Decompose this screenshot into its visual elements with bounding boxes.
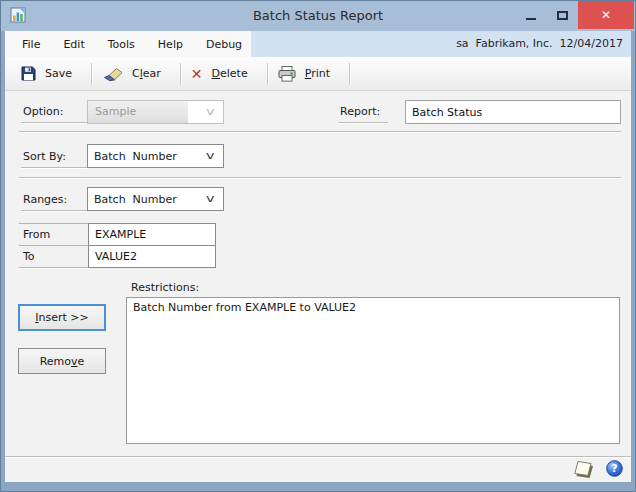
chevron-down-icon: v bbox=[207, 192, 215, 205]
delete-label: Delete bbox=[212, 67, 248, 80]
menu-tools[interactable]: Tools bbox=[108, 38, 135, 51]
clear-label: Clear bbox=[132, 67, 161, 80]
ranges-label: Ranges: bbox=[21, 190, 87, 211]
menu-debug[interactable]: Debug bbox=[206, 38, 242, 51]
toolbar-separator bbox=[349, 63, 350, 85]
save-label: Save bbox=[45, 67, 72, 80]
statusbar: ? bbox=[5, 456, 631, 482]
close-button[interactable]: ✕ bbox=[578, 1, 634, 29]
toolbar: Save Clear ✕ Delete Print bbox=[5, 57, 631, 91]
to-field[interactable] bbox=[88, 245, 216, 268]
ranges-dropdown[interactable]: Batch Number v bbox=[87, 187, 224, 211]
minimize-icon bbox=[526, 18, 536, 20]
batch-status-report-window: Batch Status Report ✕ File Edit Tools He… bbox=[0, 0, 636, 492]
close-icon: ✕ bbox=[601, 8, 611, 22]
save-icon bbox=[21, 66, 36, 81]
chevron-down-icon: v bbox=[207, 149, 215, 162]
restriction-item[interactable]: Batch Number from EXAMPLE to VALUE2 bbox=[127, 298, 619, 317]
print-button[interactable]: Print bbox=[274, 61, 343, 87]
ranges-value: Batch Number bbox=[94, 193, 177, 206]
option-value: Sample bbox=[88, 101, 188, 123]
from-to-label-column: From To bbox=[19, 223, 89, 268]
print-label: Print bbox=[305, 67, 330, 80]
option-dropdown: Sample v bbox=[87, 100, 224, 124]
save-button[interactable]: Save bbox=[17, 61, 85, 87]
toolbar-separator bbox=[267, 63, 268, 85]
menu-edit[interactable]: Edit bbox=[63, 38, 84, 51]
note-icon bbox=[573, 460, 597, 480]
to-label: To bbox=[19, 246, 89, 268]
insert-button[interactable]: Insert >> bbox=[18, 304, 106, 331]
option-label: Option: bbox=[21, 102, 87, 123]
user-company-date: sa Fabrikam, Inc. 12/04/2017 bbox=[456, 31, 623, 57]
menubar: File Edit Tools Help Debug sa Fabrikam, … bbox=[5, 31, 631, 57]
printer-icon bbox=[278, 66, 296, 82]
restrictions-listbox[interactable]: Batch Number from EXAMPLE to VALUE2 bbox=[126, 297, 620, 444]
remove-button[interactable]: Remove bbox=[18, 348, 106, 374]
from-field[interactable] bbox=[88, 223, 216, 246]
help-glyph: ? bbox=[606, 460, 623, 477]
menu-help[interactable]: Help bbox=[158, 38, 183, 51]
report-label: Report: bbox=[338, 102, 388, 123]
menu-file[interactable]: File bbox=[22, 38, 40, 51]
menubar-items: File Edit Tools Help Debug bbox=[5, 31, 251, 57]
titlebar: Batch Status Report ✕ bbox=[1, 1, 635, 31]
restrictions-label: Restrictions: bbox=[131, 281, 199, 294]
sort-by-dropdown[interactable]: Batch Number v bbox=[87, 144, 224, 168]
toolbar-separator bbox=[91, 63, 92, 85]
delete-icon: ✕ bbox=[191, 67, 203, 81]
maximize-button[interactable] bbox=[547, 1, 577, 29]
note-button[interactable] bbox=[573, 460, 597, 480]
eraser-icon bbox=[102, 67, 123, 81]
chevron-down-icon: v bbox=[207, 105, 215, 118]
toolbar-separator bbox=[180, 63, 181, 85]
help-button[interactable]: ? bbox=[606, 460, 624, 478]
separator-line bbox=[19, 177, 621, 179]
sort-by-value: Batch Number bbox=[94, 150, 177, 163]
maximize-icon bbox=[557, 11, 568, 20]
clear-button[interactable]: Clear bbox=[98, 61, 174, 87]
remove-label: Remove bbox=[40, 355, 85, 368]
minimize-button[interactable] bbox=[517, 1, 545, 29]
sort-by-label: Sort By: bbox=[21, 147, 87, 168]
delete-button[interactable]: ✕ Delete bbox=[187, 61, 261, 87]
insert-label: Insert >> bbox=[35, 311, 89, 324]
separator-line bbox=[19, 131, 621, 133]
report-field[interactable] bbox=[405, 100, 621, 124]
from-label: From bbox=[19, 224, 89, 246]
